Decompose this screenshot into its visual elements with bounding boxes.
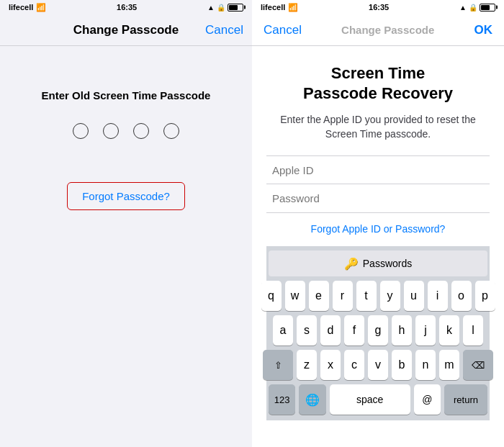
right-wifi-icon: 📶 xyxy=(288,3,298,12)
key-q[interactable]: q xyxy=(261,281,282,311)
forgot-apple-id-link[interactable]: Forgot Apple ID or Password? xyxy=(311,223,446,235)
key-globe[interactable]: 🌐 xyxy=(299,384,325,415)
right-status-bar: lifecell 📶 16:35 ▲ 🔒 xyxy=(252,0,504,14)
apple-id-input[interactable] xyxy=(266,155,490,184)
right-panel: lifecell 📶 16:35 ▲ 🔒 Cancel Change Passc… xyxy=(252,0,504,447)
keyboard-passwords-label: Passwords xyxy=(363,258,412,269)
password-input[interactable] xyxy=(266,184,490,213)
passcode-prompt: Enter Old Screen Time Passcode xyxy=(42,89,211,101)
left-time: 16:35 xyxy=(117,3,137,12)
key-x[interactable]: x xyxy=(320,350,341,380)
key-d[interactable]: d xyxy=(320,315,341,346)
key-z[interactable]: z xyxy=(297,350,317,380)
keyboard-row-1: q w e r t y u i o p xyxy=(269,281,487,311)
key-h[interactable]: h xyxy=(392,315,412,346)
screen-time-title: Screen Time Passcode Recovery xyxy=(303,63,453,103)
key-delete[interactable]: ⌫ xyxy=(463,350,493,380)
key-a[interactable]: a xyxy=(273,315,293,346)
key-r[interactable]: r xyxy=(333,281,353,311)
key-shift[interactable]: ⇧ xyxy=(263,350,293,380)
left-signal-icon: ▲ xyxy=(207,4,215,12)
right-carrier: lifecell xyxy=(261,3,285,12)
key-u[interactable]: u xyxy=(404,281,424,311)
passcode-circles xyxy=(73,123,179,139)
key-v[interactable]: v xyxy=(368,350,388,380)
left-lock-icon: 🔒 xyxy=(217,4,225,12)
left-carrier: lifecell xyxy=(9,3,33,12)
right-content: Screen Time Passcode Recovery Enter the … xyxy=(252,46,504,447)
left-panel: lifecell 📶 16:35 ▲ 🔒 Change Passcode Can… xyxy=(0,0,252,447)
right-signal-icon: ▲ xyxy=(459,4,467,12)
left-cancel-button[interactable]: Cancel xyxy=(205,23,243,37)
right-status-right: ▲ 🔒 xyxy=(459,4,495,12)
left-content: Enter Old Screen Time Passcode Forgot Pa… xyxy=(0,46,252,447)
left-status-bar: lifecell 📶 16:35 ▲ 🔒 xyxy=(0,0,252,14)
passcode-dot-1 xyxy=(73,123,89,139)
left-nav-bar: Change Passcode Cancel xyxy=(0,14,252,46)
key-p[interactable]: p xyxy=(475,281,495,311)
key-n[interactable]: n xyxy=(415,350,436,380)
keyboard-row-4: 123 🌐 space @ return xyxy=(269,384,487,415)
key-m[interactable]: m xyxy=(439,350,459,380)
right-lock-icon: 🔒 xyxy=(469,4,477,12)
keyboard: 🔑 Passwords q w e r t y u i o p a s d xyxy=(266,246,490,420)
key-b[interactable]: b xyxy=(392,350,412,380)
key-c[interactable]: c xyxy=(344,350,364,380)
passcode-dot-2 xyxy=(103,123,119,139)
left-wifi-icon: 📶 xyxy=(36,3,46,12)
key-return[interactable]: return xyxy=(444,384,487,415)
right-ok-button[interactable]: OK xyxy=(474,23,492,37)
passcode-dot-4 xyxy=(163,123,179,139)
screen-time-description: Enter the Apple ID you provided to reset… xyxy=(266,113,490,141)
key-g[interactable]: g xyxy=(368,315,388,346)
right-battery-icon xyxy=(480,4,495,12)
key-s[interactable]: s xyxy=(297,315,317,346)
left-status-right: ▲ 🔒 xyxy=(207,4,243,12)
keyboard-passwords-bar[interactable]: 🔑 Passwords xyxy=(269,250,487,276)
key-l[interactable]: l xyxy=(463,315,483,346)
left-nav-title: Change Passcode xyxy=(73,23,179,37)
key-w[interactable]: w xyxy=(285,281,305,311)
key-at[interactable]: @ xyxy=(414,384,441,415)
key-o[interactable]: o xyxy=(451,281,472,311)
key-icon: 🔑 xyxy=(344,257,359,271)
forgot-passcode-button[interactable]: Forgot Passcode? xyxy=(67,182,185,210)
key-e[interactable]: e xyxy=(309,281,329,311)
key-t[interactable]: t xyxy=(356,281,377,311)
left-status-left: lifecell 📶 xyxy=(9,3,46,12)
keyboard-row-3: ⇧ z x c v b n m ⌫ xyxy=(269,350,487,380)
passcode-dot-3 xyxy=(133,123,149,139)
key-numbers[interactable]: 123 xyxy=(269,384,295,415)
key-k[interactable]: k xyxy=(439,315,459,346)
key-f[interactable]: f xyxy=(344,315,364,346)
key-y[interactable]: y xyxy=(380,281,400,311)
left-battery-icon xyxy=(228,4,243,12)
key-i[interactable]: i xyxy=(428,281,448,311)
right-status-left: lifecell 📶 xyxy=(261,3,298,12)
right-cancel-button[interactable]: Cancel xyxy=(264,23,302,37)
keyboard-row-2: a s d f g h j k l xyxy=(269,315,487,346)
key-space[interactable]: space xyxy=(330,384,410,415)
right-nav-bar: Cancel Change Passcode OK xyxy=(252,14,504,46)
right-time: 16:35 xyxy=(369,3,389,12)
right-blurred-title: Change Passcode xyxy=(341,24,434,36)
key-j[interactable]: j xyxy=(415,315,436,346)
